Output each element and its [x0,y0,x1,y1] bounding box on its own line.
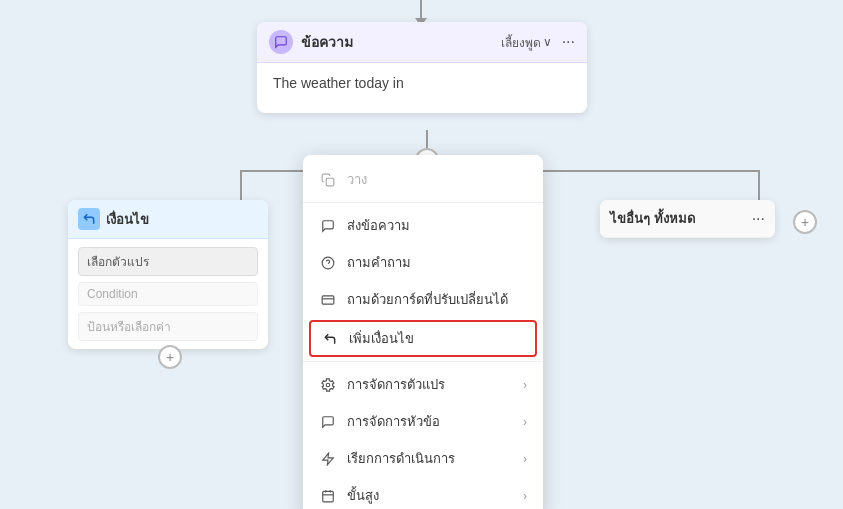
paste-label: วาง [347,169,527,190]
ask-with-card-icon [319,291,337,309]
right-card-more-button[interactable]: ··· [752,210,765,228]
add-right-button[interactable]: + [793,210,817,234]
add-below-condition-button[interactable]: + [158,345,182,369]
menu-item-add-condition[interactable]: เพิ่มเงื่อนไข [309,320,537,357]
condition-card-title: เงื่อนไข [106,209,149,230]
ask-with-card-label: ถามด้วยการ์ดที่ปรับเปลี่ยนได้ [347,289,527,310]
menu-item-advanced[interactable]: ขั้นสูง › [303,477,543,509]
send-message-label: ส่งข้อความ [347,215,527,236]
advanced-arrow: › [523,489,527,503]
right-card-title: ไขอื่นๆ ทั้งหมด [610,208,695,229]
svg-marker-6 [323,453,334,465]
advanced-label: ขั้นสูง [347,485,513,506]
manage-topics-arrow: › [523,415,527,429]
chevron-icon: ∨ [543,35,552,49]
call-action-icon [319,450,337,468]
message-card-body: The weather today in [257,63,587,113]
message-card-title: ข้อความ [301,31,489,53]
manage-vars-label: การจัดการตัวแปร [347,374,513,395]
message-card-actions: เลี้ยงพูด ∨ ··· [497,31,575,54]
condition-variable-select[interactable]: เลือกตัวแปร [78,247,258,276]
manage-topics-label: การจัดการหัวข้อ [347,411,513,432]
menu-item-send-message[interactable]: ส่งข้อความ [303,207,543,244]
add-condition-icon [321,330,339,348]
message-card: ข้อความ เลี้ยงพูด ∨ ··· The weather toda… [257,22,587,113]
ask-question-label: ถามคำถาม [347,252,527,273]
advanced-icon [319,487,337,505]
call-action-arrow: › [523,452,527,466]
condition-icon [78,208,100,230]
svg-point-5 [326,383,330,387]
connector-line-top [426,130,428,148]
svg-rect-7 [323,491,334,502]
branch-line-left [240,170,242,200]
branch-line-right [758,170,760,200]
menu-item-ask-with-card[interactable]: ถามด้วยการ์ดที่ปรับเปลี่ยนได้ [303,281,543,318]
condition-value-input[interactable]: ป้อนหรือเลือกค่า [78,312,258,341]
condition-type-placeholder: Condition [78,282,258,306]
condition-card: เงื่อนไข เลือกตัวแปร Condition ป้อนหรือเ… [68,200,268,349]
message-speak-button[interactable]: เลี้ยงพูด ∨ [497,31,556,54]
call-action-label: เรียกการดำเนินการ [347,448,513,469]
manage-vars-arrow: › [523,378,527,392]
menu-item-call-action[interactable]: เรียกการดำเนินการ › [303,440,543,477]
message-text: The weather today in [273,75,404,91]
menu-item-paste[interactable]: วาง [303,161,543,198]
menu-divider-2 [303,361,543,362]
manage-topics-icon [319,413,337,431]
menu-item-ask-question[interactable]: ถามคำถาม [303,244,543,281]
menu-item-manage-vars[interactable]: การจัดการตัวแปร › [303,366,543,403]
send-message-icon [319,217,337,235]
menu-divider-1 [303,202,543,203]
message-more-button[interactable]: ··· [562,33,575,51]
message-card-header: ข้อความ เลี้ยงพูด ∨ ··· [257,22,587,63]
condition-card-header: เงื่อนไข [68,200,268,239]
right-card-header: ไขอื่นๆ ทั้งหมด ··· [600,200,775,238]
add-condition-label: เพิ่มเงื่อนไข [349,328,525,349]
message-card-icon [269,30,293,54]
paste-icon [319,171,337,189]
arrow-line [420,0,422,18]
canvas: ข้อความ เลี้ยงพูด ∨ ··· The weather toda… [0,0,843,509]
menu-item-manage-topics[interactable]: การจัดการหัวข้อ › [303,403,543,440]
manage-vars-icon [319,376,337,394]
ask-question-icon [319,254,337,272]
context-menu: วาง ส่งข้อความ ถามคำถาม [303,155,543,509]
svg-rect-3 [322,295,334,303]
svg-rect-0 [326,178,334,186]
condition-card-body: เลือกตัวแปร Condition ป้อนหรือเลือกค่า [68,239,268,349]
right-else-card: ไขอื่นๆ ทั้งหมด ··· [600,200,775,238]
